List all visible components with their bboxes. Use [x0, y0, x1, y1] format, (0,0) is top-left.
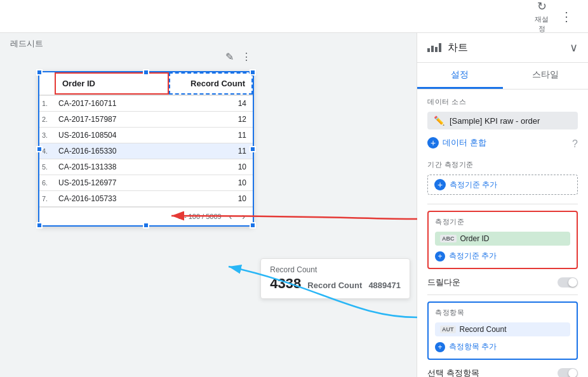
handle-bottom-mid[interactable] [143, 222, 149, 228]
table-row: 3. US-2016-108504 11 [39, 128, 253, 143]
blend-label: 데이터 혼합 [443, 137, 486, 149]
drill-toggle-row: 드릴다운 [427, 277, 578, 288]
metric-name: Record Count [460, 325, 507, 334]
divider1 [427, 204, 578, 204]
metric-item[interactable]: AUT Record Count [435, 322, 570, 336]
data-source-label: 데이터 소스 [427, 97, 578, 107]
reset-label: 재설 정 [535, 15, 549, 34]
add-dimension-button[interactable]: + 측정기준 추가 [435, 249, 497, 263]
data-source-name: [Sample] KPI raw - order [450, 116, 540, 126]
panel-body: 데이터 소스 ✏️ [Sample] KPI raw - order + 데이터… [417, 89, 588, 377]
period-label: 기간 측정기준 [427, 160, 578, 169]
breadcrumb: 레드시트 [10, 38, 43, 50]
table-row: 7. CA-2016-105733 10 [39, 191, 253, 207]
more-widget-button[interactable]: ⋮ [240, 50, 253, 64]
panel-close-button[interactable]: ∨ [570, 41, 578, 55]
undo-icon: ↺ [537, 0, 547, 13]
next-page-button[interactable]: › [239, 210, 248, 223]
top-toolbar: ↺ 재설 정 ⋮ [0, 0, 588, 33]
right-panel: 차트 ∨ 설정 스타일 데이터 소스 ✏️ [Sample] KPI raw -… [417, 33, 588, 377]
dimension-name: Order ID [460, 234, 490, 243]
drill-label: 드릴다운 [427, 277, 460, 288]
dimension-section: 측정기준 ABC Order ID + 측정기준 추가 [427, 211, 578, 269]
edit-widget-button[interactable]: ✎ [224, 50, 235, 64]
tab-style[interactable]: 스타일 [503, 63, 589, 89]
table-row: 1. CA-2017-160711 14 [39, 96, 253, 112]
handle-mid-right[interactable] [250, 146, 256, 152]
add-dimension-label: 측정기준 추가 [449, 251, 497, 261]
bar3 [435, 47, 438, 52]
dimension-badge: ABC [440, 235, 457, 242]
table-row: 4. CA-2016-165330 11 [39, 143, 253, 159]
bar4 [439, 43, 441, 52]
metric-section: 측정항목 AUT Record Count + 측정항목 추가 [427, 301, 578, 360]
add-period-icon: + [434, 179, 446, 190]
dimension-item[interactable]: ABC Order ID [435, 232, 570, 246]
add-metric-button[interactable]: + 측정항목 추가 [435, 340, 497, 354]
kpi-info-box: Record Count 4338 Record Count 4889471 [260, 258, 410, 299]
more-icon[interactable]: ⋮ [555, 6, 578, 27]
pagination-text: 1 - 100 / 5009 [178, 213, 222, 220]
selected-metric-toggle-row: 선택 측정항목 [427, 367, 578, 377]
metric-badge: AUT [440, 326, 456, 333]
add-period-button[interactable]: + 측정기준 추가 [427, 175, 578, 195]
record-count-value: 4889471 [368, 281, 401, 290]
handle-top-mid[interactable] [143, 69, 149, 76]
handle-top-right[interactable] [250, 69, 256, 76]
reset-button[interactable]: ↺ 재설 정 [528, 0, 555, 36]
period-add-label: 측정기준 추가 [450, 180, 497, 190]
prev-page-button[interactable]: ‹ [227, 210, 235, 223]
tab-settings[interactable]: 설정 [417, 63, 503, 89]
panel-title: 차트 [448, 41, 563, 55]
period-section: 기간 측정기준 + 측정기준 추가 [427, 160, 578, 195]
add-blend-button[interactable]: + 데이터 혼합 [427, 137, 486, 149]
add-circle-icon: + [427, 137, 439, 149]
add-metric-icon: + [435, 342, 445, 352]
selected-metric-toggle[interactable] [558, 368, 578, 377]
kpi-value: 4338 Record Count 4889471 [270, 275, 401, 292]
panel-tabs: 설정 스타일 [417, 63, 588, 89]
table-row: 2. CA-2017-157987 12 [39, 112, 253, 128]
main-area: 레드시트 ✎ ⋮ Order ID Record Count 1. CA-201… [0, 33, 417, 377]
selected-metric-toggle-thumb [568, 369, 577, 377]
handle-bottom-left[interactable] [36, 222, 43, 228]
table-header: Order ID Record Count [39, 72, 253, 96]
widget-toolbar: ✎ ⋮ [224, 50, 253, 64]
handle-mid-left[interactable] [36, 146, 43, 152]
metric-label: 측정항목 [435, 308, 570, 317]
pencil-icon: ✏️ [434, 116, 444, 126]
add-dimension-icon: + [435, 251, 445, 261]
data-source-item[interactable]: ✏️ [Sample] KPI raw - order [427, 112, 578, 129]
kpi-label: Record Count [270, 265, 401, 274]
handle-bottom-right[interactable] [250, 222, 256, 228]
handle-top-left[interactable] [36, 69, 43, 76]
chart-icon [427, 43, 441, 52]
kpi-number: 4338 [270, 275, 301, 291]
selected-metric-label: 선택 측정항목 [427, 367, 479, 377]
table-widget[interactable]: ✎ ⋮ Order ID Record Count 1. CA-2017-160… [38, 71, 254, 227]
panel-header: 차트 ∨ [417, 33, 588, 63]
drill-toggle[interactable] [558, 277, 578, 288]
toggle-thumb [568, 278, 577, 287]
bar1 [427, 48, 430, 52]
col-record-count-header: Record Count [169, 72, 253, 95]
help-icon[interactable]: ? [572, 138, 578, 150]
bar2 [431, 46, 434, 52]
table-row: 5. CA-2015-131338 10 [39, 159, 253, 175]
col-order-id-header: Order ID [55, 72, 169, 95]
divider2 [427, 294, 578, 295]
record-count-label: Record Count [307, 281, 362, 290]
dimension-label: 측정기준 [435, 217, 570, 227]
add-metric-label: 측정항목 추가 [449, 341, 497, 352]
table-row: 6. US-2015-126977 10 [39, 175, 253, 191]
